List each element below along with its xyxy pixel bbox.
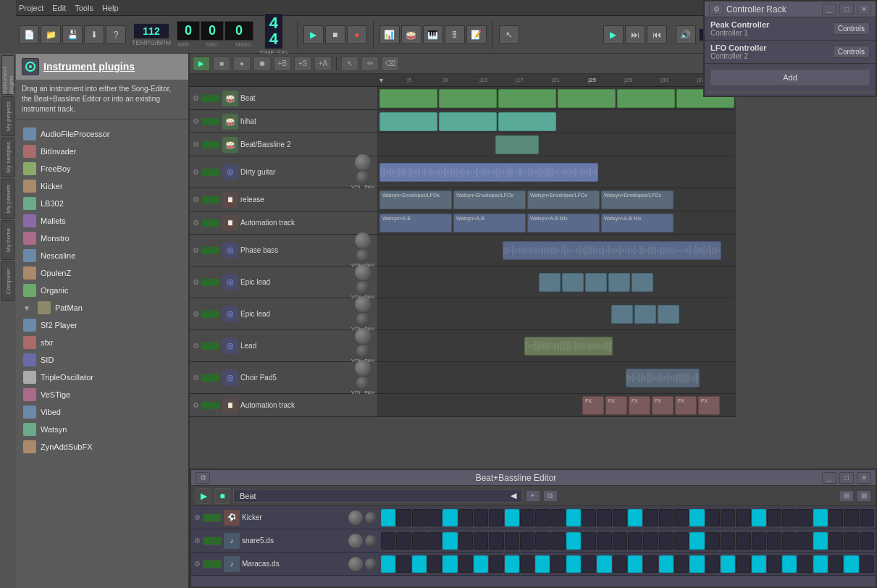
beat-pad[interactable] — [736, 509, 750, 526]
skip-end-btn[interactable]: ⏭ — [625, 25, 645, 44]
beat-pad[interactable] — [860, 532, 874, 550]
plugin-item-sid[interactable]: SID — [19, 351, 185, 369]
track-segment[interactable] — [562, 273, 584, 292]
track-segments-7[interactable] — [378, 266, 736, 298]
beat-pad[interactable] — [752, 555, 766, 573]
track-segment[interactable] — [524, 337, 613, 356]
beat-pad[interactable] — [782, 555, 797, 573]
track-segment[interactable]: Watsyn>A-B — [453, 214, 526, 232]
beat-pad[interactable] — [505, 509, 519, 526]
track-mute-btn[interactable] — [201, 374, 220, 382]
beat-pad[interactable] — [381, 509, 395, 526]
beat-track-mute[interactable] — [203, 560, 222, 568]
beat-pad[interactable] — [582, 509, 596, 526]
track-segments-1[interactable] — [378, 110, 736, 133]
vol-knob[interactable] — [355, 296, 371, 312]
song-play-btn[interactable]: ▶ — [193, 56, 210, 71]
vol-knob[interactable] — [355, 232, 371, 248]
track-segments-4[interactable]: Watsyn>Envelopes/LFOsWatsyn>Envelopes/LF… — [378, 188, 736, 211]
plugin-item-organic[interactable]: Organic — [19, 282, 185, 299]
beat-pad[interactable] — [520, 532, 534, 550]
track-mute-btn[interactable] — [201, 310, 220, 319]
loop-play-btn[interactable]: ▶ — [603, 25, 624, 44]
rack-controls-button[interactable]: Controls — [833, 46, 870, 58]
beat-pad[interactable] — [659, 555, 674, 573]
beat-clear-btn[interactable]: ⊠ — [857, 490, 871, 502]
menu-project[interactable]: Project — [19, 4, 43, 12]
beat-pad[interactable] — [597, 532, 611, 550]
cursor-tool[interactable]: ↖ — [499, 25, 519, 44]
track-gear-icon[interactable]: ⚙ — [193, 196, 199, 203]
rack-add-button[interactable]: Add — [710, 70, 870, 85]
menu-tools[interactable]: Tools — [75, 4, 93, 12]
beat-vol-knob[interactable] — [348, 534, 363, 548]
beat-pad[interactable] — [381, 532, 395, 550]
beat-pan-knob[interactable] — [365, 512, 377, 524]
beat-editor-minimize[interactable]: _ — [822, 472, 836, 484]
beat-pad[interactable] — [736, 555, 750, 573]
plugin-item-freeboy[interactable]: FreeBoy — [19, 160, 185, 177]
beat-pad[interactable] — [705, 532, 720, 550]
song-add-sample-btn[interactable]: +S — [294, 56, 311, 71]
beat-pad[interactable] — [705, 509, 720, 526]
track-gear-icon[interactable]: ⚙ — [193, 168, 199, 176]
beat-track-mute[interactable] — [203, 537, 222, 545]
beat-pad[interactable] — [797, 555, 812, 573]
beat-pad[interactable] — [381, 555, 395, 573]
track-segment[interactable] — [439, 112, 497, 131]
beat-pad[interactable] — [797, 509, 812, 526]
beat-pad[interactable] — [813, 555, 828, 573]
track-segment[interactable] — [379, 112, 437, 131]
track-segments-9[interactable] — [378, 330, 736, 361]
beat-pad[interactable] — [396, 532, 411, 550]
vol-knob[interactable] — [355, 154, 371, 170]
track-gear-icon[interactable]: ⚙ — [193, 140, 199, 148]
track-mute-btn[interactable] — [201, 401, 220, 410]
track-gear-icon[interactable]: ⚙ — [193, 374, 199, 382]
track-segments-6[interactable] — [378, 235, 736, 266]
beat-pad[interactable] — [828, 509, 843, 526]
beat-pad[interactable] — [844, 509, 858, 526]
beat-pad[interactable] — [659, 532, 674, 550]
menu-help[interactable]: Help — [102, 4, 119, 12]
beat-pan-knob[interactable] — [365, 558, 377, 570]
beat-pad[interactable] — [613, 509, 627, 526]
beat-pad[interactable] — [489, 532, 503, 550]
beat-pad[interactable] — [689, 555, 704, 573]
beat-pad[interactable] — [844, 532, 858, 550]
track-segment[interactable] — [617, 89, 675, 108]
beat-editor-close[interactable]: ✕ — [857, 472, 871, 484]
computer-tab[interactable]: Computer — [1, 261, 14, 301]
track-gear-icon[interactable]: ⚙ — [193, 219, 199, 227]
vol-knob[interactable] — [355, 328, 371, 344]
beat-pad[interactable] — [813, 532, 828, 550]
beat-pad[interactable] — [427, 532, 442, 550]
plugin-item-tripleoscillator[interactable]: TripleOscillator — [19, 369, 185, 386]
track-mute-btn[interactable] — [201, 278, 220, 287]
stop-button[interactable]: ■ — [325, 25, 345, 44]
piano-roll-btn[interactable]: 🎹 — [423, 25, 443, 44]
plugin-item-opulenz[interactable]: OpulenZ — [19, 264, 185, 282]
vol-knob[interactable] — [355, 360, 371, 376]
track-mute-btn[interactable] — [201, 196, 220, 204]
plugin-item-vestige[interactable]: VeSTige — [19, 386, 185, 403]
track-segment[interactable] — [611, 305, 633, 324]
beat-pad[interactable] — [767, 555, 781, 573]
plugin-item-bitinvader[interactable]: BitInvader — [19, 143, 185, 160]
track-gear-icon[interactable]: ⚙ — [193, 246, 199, 254]
beat-vol-knob[interactable] — [348, 557, 363, 571]
track-segment[interactable]: FX — [605, 396, 627, 415]
open-button[interactable]: 📁 — [41, 25, 61, 44]
beat-pad[interactable] — [613, 555, 627, 573]
track-segment[interactable]: FX — [629, 396, 650, 415]
track-segment[interactable] — [585, 273, 607, 292]
track-segment[interactable]: FX — [652, 396, 674, 415]
beat-pad[interactable] — [550, 509, 565, 526]
rack-maximize-btn[interactable]: □ — [839, 4, 854, 15]
vol-knob[interactable] — [355, 264, 371, 280]
track-segment[interactable]: Watsyn>Envelopes/LFOs — [527, 190, 600, 209]
my-projects-tab[interactable]: My projects — [1, 96, 14, 136]
song-add-bb-btn[interactable]: +B — [274, 56, 291, 71]
track-segments-10[interactable] — [378, 362, 736, 393]
track-segment[interactable]: Watsyn>A-B — [379, 214, 452, 232]
